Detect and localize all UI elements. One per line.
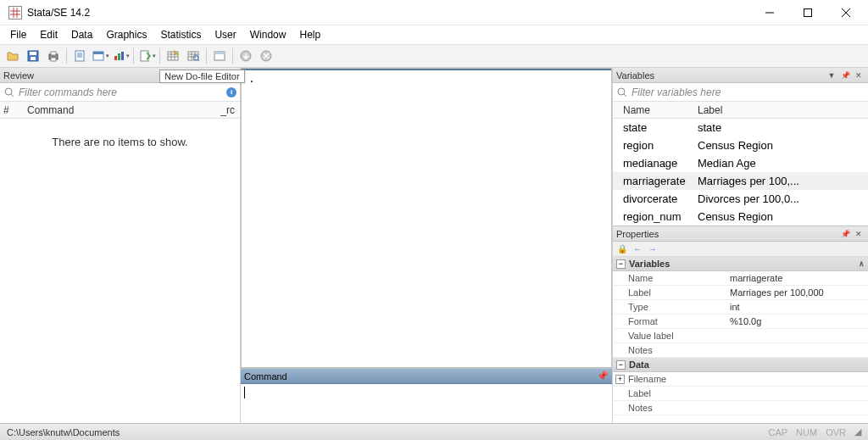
save-icon[interactable] xyxy=(24,47,42,65)
svg-rect-4 xyxy=(31,57,36,60)
data-browser-icon[interactable] xyxy=(184,47,203,65)
close-pane-icon[interactable]: ✕ xyxy=(853,70,865,81)
var-name: region xyxy=(620,139,698,152)
output-content: . xyxy=(248,72,255,85)
do-file-editor-icon[interactable]: ▾ xyxy=(137,47,156,65)
var-label: Census Region xyxy=(698,139,861,152)
output-area[interactable]: . xyxy=(241,68,612,368)
collapse-icon[interactable]: − xyxy=(616,259,626,269)
menubar: File Edit Data Graphics Statistics User … xyxy=(0,25,868,44)
minimize-button[interactable] xyxy=(750,0,788,25)
data-editor-icon[interactable] xyxy=(164,47,182,65)
close-button[interactable] xyxy=(826,0,865,25)
pin-icon[interactable]: 📌 xyxy=(839,70,851,81)
menu-file[interactable]: File xyxy=(3,27,33,42)
break-icon[interactable] xyxy=(257,47,275,65)
status-path: C:\Users\knutw\Documents xyxy=(7,427,120,437)
property-row[interactable]: LabelMarriages per 100,000 xyxy=(613,286,868,300)
menu-graphics[interactable]: Graphics xyxy=(99,27,153,42)
viewer-icon[interactable]: ▾ xyxy=(91,47,109,65)
property-row[interactable]: Namemarriagerate xyxy=(613,271,868,286)
clear-more-icon[interactable] xyxy=(236,47,255,65)
pin-icon[interactable]: 📌 xyxy=(839,228,851,240)
prop-key: Label xyxy=(628,287,730,298)
indicator-ovr: OVR xyxy=(826,427,846,437)
graph-icon[interactable]: ▾ xyxy=(111,47,130,65)
menu-user[interactable]: User xyxy=(208,27,242,42)
prop-value: marriagerate xyxy=(730,273,868,283)
pin-icon[interactable]: 📌 xyxy=(597,370,609,382)
property-row[interactable]: Notes xyxy=(613,343,868,358)
prop-key: Notes xyxy=(628,345,730,355)
prop-key: Type xyxy=(628,302,730,312)
maximize-button[interactable] xyxy=(788,0,826,25)
command-pane: Command 📌 xyxy=(241,368,612,423)
variable-row[interactable]: marriagerateMarriages per 100,... xyxy=(613,172,868,190)
svg-rect-10 xyxy=(93,52,103,54)
svg-rect-7 xyxy=(51,58,56,61)
col-command[interactable]: Command xyxy=(22,104,211,116)
log-icon[interactable] xyxy=(70,47,89,65)
review-filter-input[interactable] xyxy=(19,86,226,98)
property-row[interactable]: Value label xyxy=(613,329,868,343)
prev-icon[interactable]: ← xyxy=(632,243,643,255)
info-icon[interactable]: i xyxy=(226,87,236,97)
col-rc[interactable]: _rc xyxy=(211,104,236,116)
menu-data[interactable]: Data xyxy=(64,27,99,42)
properties-title: Properties xyxy=(616,229,659,239)
prop-key: Label xyxy=(628,388,730,398)
svg-rect-0 xyxy=(10,8,20,18)
app-title: Stata/SE 14.2 xyxy=(27,7,90,19)
variable-row[interactable]: statestate xyxy=(613,119,868,136)
svg-point-22 xyxy=(5,88,12,95)
menu-statistics[interactable]: Statistics xyxy=(153,27,208,42)
property-row[interactable]: Format%10.0g xyxy=(613,315,868,329)
var-name: region_num xyxy=(620,210,698,223)
menu-window[interactable]: Window xyxy=(243,27,293,42)
menu-edit[interactable]: Edit xyxy=(33,27,64,42)
next-icon[interactable]: → xyxy=(647,243,659,255)
review-columns: # Command _rc xyxy=(0,102,240,119)
filter-toggle-icon[interactable]: ▼ xyxy=(826,70,837,81)
indicator-cap: CAP xyxy=(768,427,787,437)
prop-key: Name xyxy=(628,273,730,283)
var-label: Census Region xyxy=(698,210,861,223)
property-row[interactable]: Label xyxy=(613,387,868,401)
property-row[interactable]: +Filename xyxy=(613,372,868,387)
variable-row[interactable]: regionCensus Region xyxy=(613,136,868,154)
variables-filter-input[interactable] xyxy=(632,86,865,98)
variable-row[interactable]: medianageMedian Age xyxy=(613,154,868,172)
svg-rect-12 xyxy=(118,53,120,60)
close-pane-icon[interactable]: ✕ xyxy=(853,228,865,240)
var-label: Median Age xyxy=(698,157,861,170)
svg-rect-19 xyxy=(214,52,225,54)
lock-icon[interactable]: 🔒 xyxy=(616,243,628,255)
print-icon[interactable] xyxy=(44,47,63,65)
col-var-label[interactable]: Label xyxy=(698,104,861,116)
svg-rect-11 xyxy=(114,56,117,60)
filter-icon xyxy=(616,86,628,98)
properties-pane: Properties 📌 ✕ 🔒 ← → − Variables ∧ Namem… xyxy=(613,226,868,415)
review-title: Review xyxy=(3,70,34,81)
col-var-name[interactable]: Name xyxy=(620,104,698,116)
var-name: medianage xyxy=(620,157,698,170)
command-input[interactable] xyxy=(241,384,612,423)
prop-section-variables[interactable]: − Variables ∧ xyxy=(613,257,868,271)
var-name: state xyxy=(620,121,698,134)
property-row[interactable]: Notes xyxy=(613,401,868,415)
open-icon[interactable] xyxy=(3,47,22,65)
chevron-up-icon[interactable]: ∧ xyxy=(859,259,865,268)
variables-manager-icon[interactable] xyxy=(210,47,229,65)
col-hash[interactable]: # xyxy=(3,104,22,116)
collapse-icon[interactable]: − xyxy=(616,360,626,370)
review-empty-message: There are no items to show. xyxy=(0,119,240,148)
resize-grip-icon[interactable]: ◢ xyxy=(854,426,861,437)
property-row[interactable]: Typeint xyxy=(613,300,868,315)
app-icon xyxy=(8,6,22,19)
prop-section-data[interactable]: − Data xyxy=(613,358,868,372)
variable-row[interactable]: region_numCensus Region xyxy=(613,208,868,226)
toolbar: ▾ ▾ ▾ xyxy=(0,44,868,68)
menu-help[interactable]: Help xyxy=(292,27,327,42)
review-pane: Review i # Command _rc There are no item… xyxy=(0,68,241,423)
variable-row[interactable]: divorcerateDivorces per 100,0... xyxy=(613,190,868,208)
